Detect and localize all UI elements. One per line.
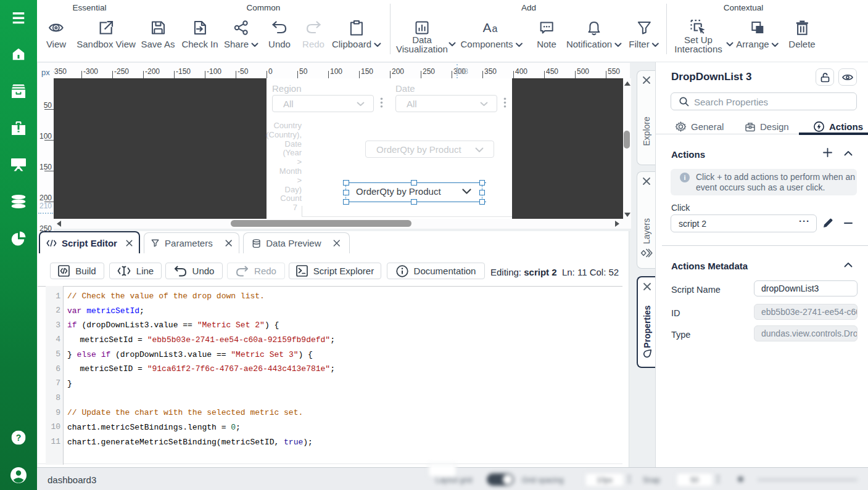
svg-text:?: ? bbox=[16, 433, 22, 443]
svg-text:a: a bbox=[492, 23, 497, 34]
svg-text:A: A bbox=[482, 20, 491, 35]
